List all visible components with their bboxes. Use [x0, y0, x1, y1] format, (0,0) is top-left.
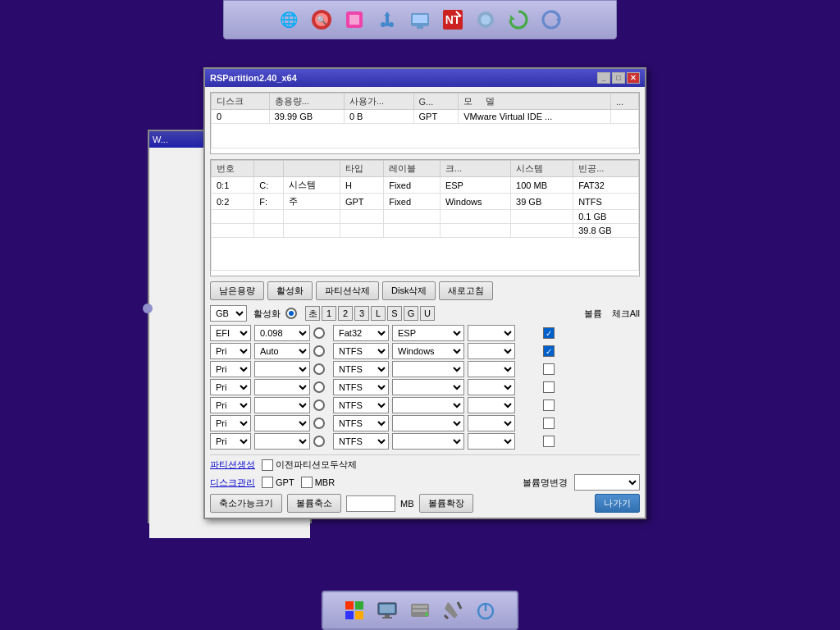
- create-partition-link[interactable]: 파티션생성: [210, 459, 255, 471]
- part-label-0[interactable]: ESP: [392, 325, 464, 341]
- part-vol-3[interactable]: [468, 379, 515, 395]
- tab-G[interactable]: G: [404, 306, 418, 321]
- mbr-checkbox[interactable]: [301, 477, 313, 488]
- part-vol-2[interactable]: [468, 361, 515, 377]
- part-size-1[interactable]: Auto: [254, 343, 310, 359]
- tab-초[interactable]: 초: [305, 306, 320, 321]
- taskbar-windows-icon[interactable]: [340, 596, 369, 625]
- part-label-1[interactable]: Windows: [392, 343, 464, 359]
- part-vol-6[interactable]: [468, 433, 515, 450]
- toolbar-icon-9[interactable]: [538, 7, 564, 33]
- toolbar-icon-5[interactable]: [407, 7, 433, 33]
- part-type-3[interactable]: Pri: [210, 379, 251, 395]
- part-format-2[interactable]: NTFS: [333, 361, 389, 377]
- part-check-6[interactable]: [543, 436, 555, 447]
- close-button[interactable]: ✕: [627, 72, 640, 84]
- part-format-1[interactable]: NTFSFat32: [333, 343, 389, 359]
- svg-rect-9: [413, 15, 427, 23]
- tab-L[interactable]: L: [371, 306, 386, 321]
- tab-3[interactable]: 3: [354, 306, 369, 321]
- maximize-button[interactable]: □: [612, 72, 625, 84]
- toolbar-icon-7[interactable]: [472, 7, 499, 33]
- toolbar-icon-2[interactable]: 🔍: [308, 7, 335, 33]
- next-button[interactable]: 나가기: [595, 494, 640, 513]
- mb-input[interactable]: [346, 495, 395, 512]
- taskbar-power-icon[interactable]: [471, 596, 500, 625]
- vol-change-select[interactable]: [574, 474, 640, 491]
- tab-1[interactable]: 1: [322, 306, 336, 321]
- part-radio-1[interactable]: [313, 345, 325, 357]
- part-size-4[interactable]: [254, 397, 310, 413]
- gpt-checkbox[interactable]: [262, 477, 273, 488]
- toolbar-icon-3[interactable]: [341, 7, 368, 33]
- part-vol-0[interactable]: [468, 325, 515, 341]
- part-type-0[interactable]: EFIPriLog: [210, 325, 251, 341]
- part-format-5[interactable]: NTFS: [333, 415, 389, 431]
- tab-2[interactable]: 2: [338, 306, 353, 321]
- part-check-0[interactable]: [543, 327, 555, 339]
- taskbar-disk-icon[interactable]: [405, 596, 435, 625]
- part-label-5[interactable]: [392, 415, 464, 431]
- part-vol-5[interactable]: [468, 415, 515, 431]
- remaining-button[interactable]: 남은용량: [210, 281, 264, 300]
- gpt-label[interactable]: GPT: [262, 477, 294, 488]
- gb-select[interactable]: GB MB: [210, 305, 247, 322]
- part-radio-0[interactable]: [313, 327, 325, 339]
- part-format-0[interactable]: Fat32NTFS: [333, 325, 389, 341]
- part-size-3[interactable]: [254, 379, 310, 395]
- tab-S[interactable]: S: [387, 306, 402, 321]
- part-format-6[interactable]: NTFS: [333, 433, 389, 450]
- disk-manage-link[interactable]: 디스크관리: [210, 477, 255, 489]
- part-type-5[interactable]: Pri: [210, 415, 251, 431]
- expand-vol-button[interactable]: 볼륨확장: [419, 494, 473, 513]
- part-radio-3[interactable]: [313, 381, 325, 393]
- delete-partition-button[interactable]: 파티션삭제: [316, 281, 379, 300]
- mbr-label[interactable]: MBR: [301, 477, 335, 488]
- tab-U[interactable]: U: [420, 306, 435, 321]
- part-label-2[interactable]: [392, 361, 464, 377]
- part-check-5[interactable]: [543, 418, 555, 429]
- toolbar-icon-8[interactable]: [505, 7, 532, 33]
- toolbar-icon-6[interactable]: NT: [440, 7, 466, 33]
- part-type-2[interactable]: Pri: [210, 361, 251, 377]
- delete-prev-checkbox[interactable]: [262, 459, 273, 471]
- shrink-size-button[interactable]: 축소가능크기: [210, 494, 282, 513]
- activate-button[interactable]: 활성화: [267, 281, 313, 300]
- activate-radio[interactable]: [285, 308, 297, 319]
- toolbar-icon-1[interactable]: 🌐: [276, 7, 302, 33]
- part-check-3[interactable]: [543, 381, 555, 393]
- toolbar-icon-4[interactable]: [374, 7, 400, 33]
- refresh-button[interactable]: 새로고침: [439, 281, 493, 300]
- part-label-4[interactable]: [392, 397, 464, 413]
- part-size-5[interactable]: [254, 415, 310, 431]
- partition-setup-row-1: PriEFILog Auto NTFSFat32 Windows: [210, 343, 640, 359]
- part-row-0[interactable]: 0:1 C: 시스템 H Fixed ESP 100 MB FAT32: [212, 177, 639, 194]
- part-radio-6[interactable]: [313, 436, 325, 447]
- part-format-3[interactable]: NTFS: [333, 379, 389, 395]
- part-radio-2[interactable]: [313, 363, 325, 375]
- delete-disk-button[interactable]: Disk삭제: [382, 281, 436, 300]
- part-radio-5[interactable]: [313, 418, 325, 429]
- part-row-1[interactable]: 0:2 F: 주 GPT Fixed Windows 39 GB NTFS: [212, 194, 639, 210]
- disk-row-0[interactable]: 0 39.99 GB 0 B GPT VMware Virtual IDE ..…: [212, 110, 639, 124]
- part-check-2[interactable]: [543, 363, 555, 375]
- taskbar-tools-icon[interactable]: [438, 596, 468, 625]
- delete-prev-label[interactable]: 이전파티션모두삭제: [262, 459, 357, 471]
- part-label-3[interactable]: [392, 379, 464, 395]
- part-type-6[interactable]: Pri: [210, 433, 251, 450]
- part-type-4[interactable]: Pri: [210, 397, 251, 413]
- part-check-1[interactable]: [543, 345, 555, 357]
- part-size-2[interactable]: [254, 361, 310, 377]
- part-size-6[interactable]: [254, 433, 310, 450]
- part-vol-4[interactable]: [468, 397, 515, 413]
- part-label-6[interactable]: [392, 433, 464, 450]
- shrink-vol-button[interactable]: 볼륨축소: [287, 494, 341, 513]
- taskbar-monitor-icon[interactable]: [372, 596, 402, 625]
- part-type-1[interactable]: PriEFILog: [210, 343, 251, 359]
- part-vol-1[interactable]: [468, 343, 515, 359]
- part-size-0[interactable]: 0.098: [254, 325, 310, 341]
- part-radio-4[interactable]: [313, 399, 325, 411]
- minimize-button[interactable]: _: [597, 72, 610, 84]
- part-check-4[interactable]: [543, 399, 555, 411]
- part-format-4[interactable]: NTFS: [333, 397, 389, 413]
